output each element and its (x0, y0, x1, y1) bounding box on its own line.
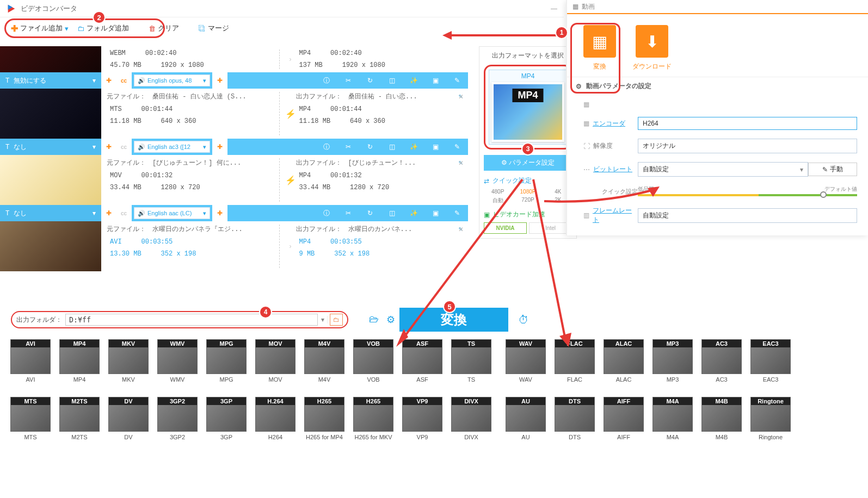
format-tile-h264[interactable]: H264 (253, 397, 298, 440)
audio-track-select[interactable]: 🔊English ac3 ([12▾ (134, 141, 210, 153)
subtitle-toggle[interactable]: Tなし▾ (0, 139, 101, 155)
mode-download[interactable]: ⬇ ダウンロード (632, 25, 672, 71)
format-tile-asf[interactable]: ASF (399, 339, 445, 383)
format-tile-h265-for-mkv[interactable]: H265 for MKV (350, 397, 396, 440)
format-tile-divx[interactable]: DIVX (448, 397, 494, 440)
output-folder-dropdown[interactable]: ▾ (318, 316, 328, 323)
format-tile-m4b[interactable]: M4B (699, 397, 744, 440)
format-tile-aiff[interactable]: AIFF (601, 397, 647, 440)
video-thumbnail[interactable] (0, 155, 101, 205)
format-card-mp4[interactable]: MP4 (489, 70, 567, 145)
dropdown-icon[interactable]: ▾ (65, 24, 69, 33)
remove-item-button[interactable]: ✕ (458, 226, 464, 233)
add-audio-button[interactable]: ✚ (212, 139, 227, 155)
add-folder-button[interactable]: 🗀 フォルダ追加 (73, 21, 133, 35)
format-tile-alac[interactable]: ALAC (601, 339, 647, 383)
subtitle-toggle[interactable]: T無効にする▾ (0, 72, 101, 89)
format-tile-eac3[interactable]: EAC3 (748, 339, 793, 383)
edit-button[interactable]: ✎ (446, 72, 468, 89)
format-tile-mp3[interactable]: MP3 (650, 339, 695, 383)
edit-button[interactable]: ✎ (446, 139, 468, 155)
cut-button[interactable]: ✂ (337, 205, 359, 221)
remove-item-button[interactable]: ✕ (458, 159, 464, 167)
add-track-button[interactable]: ✚ (101, 72, 116, 89)
output-folder-input[interactable] (65, 314, 318, 326)
encoder-label[interactable]: エンコーダ (593, 119, 625, 128)
format-tile-vob[interactable]: VOB (350, 339, 396, 383)
format-tile-m2ts[interactable]: M2TS (57, 397, 102, 440)
cut-button[interactable]: ✂ (337, 139, 359, 155)
format-tile-mkv[interactable]: MKV (106, 339, 151, 383)
format-tile-ringtone[interactable]: Ringtone (748, 397, 793, 440)
format-tile-mpg[interactable]: MPG (204, 339, 249, 383)
subtitle-toggle[interactable]: Tなし▾ (0, 205, 101, 221)
framerate-label[interactable]: フレームレート (593, 206, 638, 225)
add-track-button[interactable]: ✚ (101, 139, 116, 155)
format-tile-m4v[interactable]: M4V (301, 339, 347, 383)
browse-folder-button[interactable]: 🗀 (330, 314, 343, 326)
format-tile-ac3[interactable]: AC3 (699, 339, 744, 383)
bitrate-select[interactable]: 自動設定▾ (638, 162, 808, 177)
watermark-button[interactable]: ▣ (424, 205, 446, 221)
subtitle-cc-button[interactable]: cc (116, 72, 132, 89)
settings-button[interactable]: ⚙ (386, 314, 395, 326)
cut-button[interactable]: ✂ (337, 72, 359, 89)
slider-knob[interactable] (820, 191, 827, 198)
bitrate-label[interactable]: ビットレート (593, 165, 632, 174)
rotate-button[interactable]: ↻ (359, 72, 381, 89)
format-tile-vp9[interactable]: VP9 (399, 397, 445, 440)
quality-slider[interactable]: 低品質デフォルト値 (638, 185, 857, 197)
format-tile-flac[interactable]: FLAC (552, 339, 598, 383)
overlay-tab-video[interactable]: ▦動画 (567, 0, 868, 14)
add-track-button[interactable]: ✚ (101, 205, 116, 221)
format-tile-dts[interactable]: DTS (552, 397, 598, 440)
video-thumbnail[interactable] (0, 221, 101, 271)
format-tile-h265-for-mp4[interactable]: H265 for MP4 (301, 397, 347, 440)
convert-button[interactable]: 5 変換 (399, 308, 508, 332)
video-thumbnail[interactable] (0, 89, 101, 139)
audio-track-select[interactable]: 🔊English aac (LC)▾ (134, 207, 210, 219)
rotate-button[interactable]: ↻ (359, 139, 381, 155)
add-audio-button[interactable]: ✚ (212, 205, 227, 221)
subtitle-cc-button[interactable]: cc (116, 205, 132, 221)
effect-button[interactable]: ✨ (403, 205, 424, 221)
open-folder-button[interactable]: 🗁 (369, 314, 379, 326)
add-file-button[interactable]: ✚ ファイル追加 ▾ (7, 21, 73, 36)
format-tile-mts[interactable]: MTS (8, 397, 53, 440)
quick-opt-auto[interactable]: 自動 (484, 197, 512, 204)
mode-convert[interactable]: ▦ 変換 (583, 25, 616, 71)
effect-button[interactable]: ✨ (403, 72, 424, 89)
resolution-select[interactable]: オリジナル (638, 139, 857, 153)
remove-item-button[interactable]: ✕ (458, 93, 464, 101)
quick-opt-480p[interactable]: 480P (484, 189, 512, 195)
framerate-select[interactable]: 自動設定 (638, 208, 857, 223)
schedule-button[interactable]: ⏱ (518, 314, 529, 326)
format-tile-m4a[interactable]: M4A (650, 397, 695, 440)
minimize-button[interactable]: — (551, 5, 557, 13)
format-tile-avi[interactable]: AVI (8, 339, 53, 383)
merge-button[interactable]: ⿻ マージ (194, 21, 233, 35)
format-tile-dv[interactable]: DV (106, 397, 151, 440)
format-tile-mov[interactable]: MOV (253, 339, 298, 383)
edit-button[interactable]: ✎ (446, 205, 468, 221)
watermark-button[interactable]: ▣ (424, 72, 446, 89)
crop-button[interactable]: ◫ (381, 72, 403, 89)
add-audio-button[interactable]: ✚ (212, 72, 227, 89)
clear-button[interactable]: 🗑 クリア (144, 21, 183, 35)
format-tile-au[interactable]: AU (503, 397, 549, 440)
format-tile-mp4[interactable]: MP4 (57, 339, 102, 383)
video-thumbnail[interactable] (0, 46, 101, 72)
info-button[interactable]: ⓘ (316, 72, 337, 89)
crop-button[interactable]: ◫ (381, 205, 403, 221)
audio-track-select[interactable]: 🔊English opus, 48▾ (134, 74, 210, 86)
subtitle-cc-button[interactable]: cc (116, 139, 132, 155)
format-tile-wmv[interactable]: WMV (155, 339, 200, 383)
format-tile-wav[interactable]: WAV (503, 339, 549, 383)
effect-button[interactable]: ✨ (403, 139, 424, 155)
manual-button[interactable]: ✎手動 (808, 163, 857, 176)
parameter-settings-button[interactable]: ⚙ パラメータ設定 (484, 155, 572, 171)
rotate-button[interactable]: ↻ (359, 205, 381, 221)
quick-opt-1080p[interactable]: 1080P (514, 189, 541, 195)
watermark-button[interactable]: ▣ (424, 139, 446, 155)
format-tile-ts[interactable]: TS (448, 339, 494, 383)
